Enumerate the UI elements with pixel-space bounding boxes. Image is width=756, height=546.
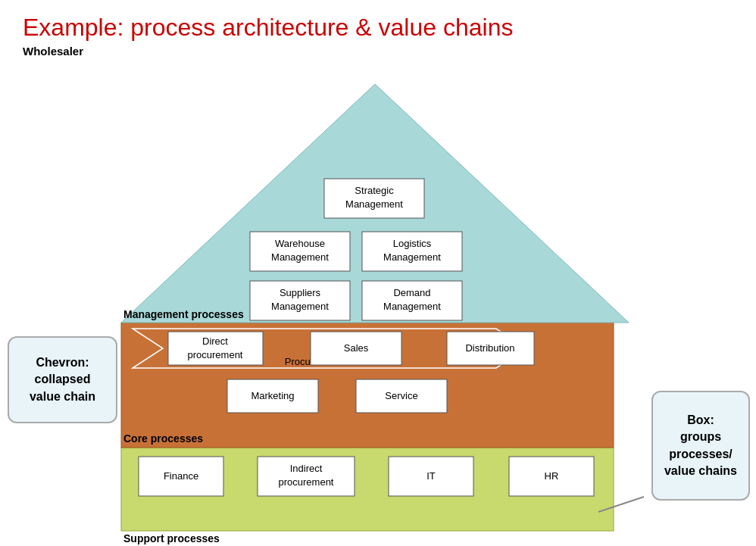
core-label: Core processes [123,432,203,445]
svg-text:Suppliers: Suppliers [280,287,321,298]
svg-text:HR: HR [545,470,559,482]
callout-right: Box:groupsprocesses/value chains [651,391,750,501]
svg-text:Distribution: Distribution [465,342,514,354]
callout-left: Chevron:collapsedvalue chain [8,336,117,423]
svg-text:Strategic: Strategic [355,185,394,196]
svg-text:Management: Management [383,301,441,312]
svg-text:Service: Service [385,390,417,401]
svg-text:Logistics: Logistics [393,238,432,249]
support-label: Support processes [123,532,220,544]
svg-text:procurement: procurement [188,349,243,360]
svg-text:Management: Management [383,251,441,263]
svg-text:Indirect: Indirect [290,463,323,474]
svg-text:Management: Management [271,251,329,263]
svg-text:procurement: procurement [279,476,334,488]
svg-text:IT: IT [426,470,436,482]
svg-text:Warehouse: Warehouse [275,238,325,249]
svg-text:Sales: Sales [344,342,369,354]
subtitle: Wholesaler [0,45,756,65]
svg-text:Management: Management [345,198,403,210]
mgmt-label: Management processes [123,308,244,320]
svg-text:Finance: Finance [164,470,198,482]
page-title: Example: process architecture & value ch… [0,0,756,45]
svg-text:Management: Management [271,301,329,312]
main-diagram-svg: Procure-to-Service Strategic Management … [0,65,756,546]
svg-text:Marketing: Marketing [251,390,294,401]
diagram-area: Procure-to-Service Strategic Management … [0,65,756,535]
svg-text:Direct: Direct [202,335,228,347]
svg-text:Demand: Demand [393,287,430,298]
